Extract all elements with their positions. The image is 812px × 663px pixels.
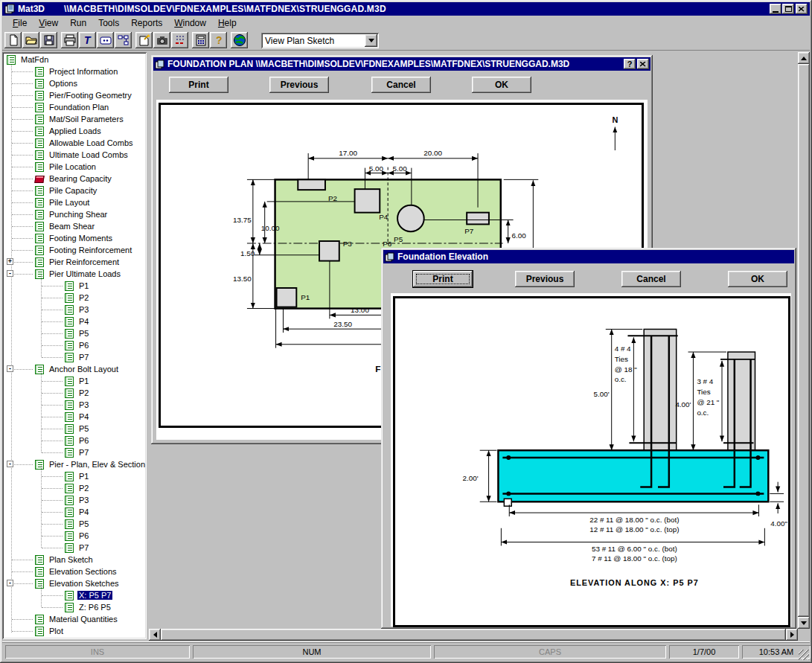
tree-item[interactable]: Foundation Plan bbox=[4, 101, 145, 113]
tree-item[interactable]: P7 bbox=[4, 542, 145, 554]
ok-button[interactable]: OK bbox=[728, 271, 787, 287]
vertical-scrollbar[interactable] bbox=[798, 52, 810, 629]
tree-item[interactable]: Z: P6 P5 bbox=[4, 601, 145, 613]
properties-button[interactable] bbox=[135, 32, 153, 48]
web-button[interactable] bbox=[231, 32, 248, 48]
plot-button[interactable]: T bbox=[79, 32, 96, 48]
menu-tools[interactable]: Tools bbox=[92, 16, 125, 30]
tree-item[interactable]: Material Quantities bbox=[4, 613, 145, 625]
tree-item[interactable]: Elevation Sections bbox=[4, 566, 145, 577]
tree-item[interactable]: P6 bbox=[4, 435, 145, 446]
tree-item[interactable]: Plot bbox=[4, 625, 145, 637]
capture-settings-button[interactable] bbox=[171, 32, 188, 48]
menu-window[interactable]: Window bbox=[168, 16, 212, 30]
dialog-help-button[interactable]: ? bbox=[624, 59, 636, 69]
tree-item[interactable]: Pile Layout bbox=[4, 196, 145, 208]
resize-grip[interactable] bbox=[799, 650, 809, 660]
tree-item[interactable]: Mat/Soil Parameters bbox=[4, 113, 145, 125]
cancel-button[interactable]: Cancel bbox=[621, 271, 681, 287]
print-button[interactable]: Print bbox=[413, 271, 473, 287]
tree-item[interactable]: MatFdn bbox=[4, 54, 145, 65]
tree-item[interactable]: Ultimate Load Combs bbox=[4, 149, 145, 161]
tree-item[interactable]: P2 bbox=[4, 387, 145, 399]
menu-file[interactable]: File bbox=[7, 16, 33, 30]
horizontal-scrollbar[interactable] bbox=[149, 629, 798, 641]
tree-item[interactable]: Footing Reinforcement bbox=[4, 244, 145, 256]
tree-item[interactable]: -Elevation Sketches bbox=[4, 577, 145, 589]
calculator-button[interactable] bbox=[192, 32, 209, 48]
report-tree-button[interactable] bbox=[115, 32, 132, 48]
tree-item[interactable]: P6 bbox=[4, 339, 145, 351]
tree-item[interactable]: P1 bbox=[4, 470, 145, 482]
snapshot-button[interactable] bbox=[153, 32, 170, 48]
tree-item[interactable]: Pile Capacity bbox=[4, 185, 145, 196]
print-button[interactable]: Print bbox=[169, 77, 228, 93]
tree-expand-toggle[interactable]: - bbox=[7, 580, 13, 586]
tree-item[interactable]: +Pier Reinforcement bbox=[4, 256, 145, 268]
dialog-close-button[interactable] bbox=[637, 59, 649, 69]
maximize-button[interactable] bbox=[782, 4, 794, 14]
tree-item[interactable]: P3 bbox=[4, 304, 145, 316]
tree-item[interactable]: P7 bbox=[4, 446, 145, 458]
tree-item[interactable]: P6 bbox=[4, 530, 145, 542]
tree-item[interactable]: P2 bbox=[4, 482, 145, 494]
menu-view[interactable]: View bbox=[33, 16, 64, 30]
new-document-button[interactable] bbox=[4, 32, 22, 48]
tree-item[interactable]: P1 bbox=[4, 375, 145, 387]
tree-item[interactable]: P2 bbox=[4, 292, 145, 304]
tree-item[interactable]: Project Information bbox=[4, 65, 145, 77]
vertical-scrollbar-thumb[interactable] bbox=[798, 64, 810, 617]
scroll-down-button[interactable] bbox=[798, 617, 810, 629]
scroll-up-button[interactable] bbox=[798, 52, 810, 64]
tree-expand-toggle[interactable]: - bbox=[7, 270, 13, 277]
tree-expand-toggle[interactable]: + bbox=[7, 258, 13, 265]
tree-item[interactable]: P4 bbox=[4, 506, 145, 518]
tree-item[interactable]: Footing Moments bbox=[4, 232, 145, 244]
ok-button[interactable]: OK bbox=[472, 77, 531, 93]
previous-button[interactable]: Previous bbox=[269, 77, 329, 93]
elevation-dialog-titlebar[interactable]: Foundation Elevation bbox=[383, 250, 794, 263]
print-button-toolbar[interactable] bbox=[61, 32, 78, 48]
tree-item[interactable]: Pier/Footing Geometry bbox=[4, 89, 145, 101]
window-titlebar[interactable]: Mat3D \\MACBETH\DIMSOLDEV\FDNEXAMPLES\MA… bbox=[2, 2, 810, 16]
tree-item[interactable]: Bearing Capacity bbox=[4, 173, 145, 185]
tree-item[interactable]: Applied Loads bbox=[4, 125, 145, 137]
menu-help[interactable]: Help bbox=[212, 16, 243, 30]
tree-item[interactable]: -Pier - Plan, Elev & Section bbox=[4, 458, 145, 470]
close-button[interactable] bbox=[796, 4, 808, 14]
tree-item[interactable]: Options bbox=[4, 77, 145, 89]
open-button[interactable] bbox=[22, 32, 39, 48]
tree-item[interactable]: Beam Shear bbox=[4, 220, 145, 232]
tree-item[interactable]: P4 bbox=[4, 316, 145, 327]
tree-item[interactable]: X: P5 P7 bbox=[4, 589, 145, 601]
combobox-dropdown-button[interactable] bbox=[365, 34, 377, 47]
plan-dialog-titlebar[interactable]: FOUNDATION PLAN \\MACBETH\DIMSOLDEV\FDNE… bbox=[153, 57, 650, 71]
minimize-button[interactable] bbox=[770, 4, 781, 14]
tree-item[interactable]: Plan Sketch bbox=[4, 554, 145, 566]
tree-item[interactable]: P1 bbox=[4, 280, 145, 292]
tree-item[interactable]: P5 bbox=[4, 327, 145, 339]
tree-expand-toggle[interactable]: - bbox=[7, 461, 13, 467]
tree-item[interactable]: P3 bbox=[4, 399, 145, 411]
tree-item[interactable]: P5 bbox=[4, 518, 145, 530]
scroll-right-button[interactable] bbox=[786, 629, 798, 641]
previous-button[interactable]: Previous bbox=[515, 271, 575, 287]
tree-item[interactable]: P4 bbox=[4, 411, 145, 423]
cancel-button[interactable]: Cancel bbox=[371, 77, 431, 93]
tree-item[interactable]: P5 bbox=[4, 423, 145, 435]
tree-item[interactable]: -Pier Ultimate Loads bbox=[4, 268, 145, 280]
menu-reports[interactable]: Reports bbox=[125, 16, 168, 30]
tree-item[interactable]: -Anchor Bolt Layout bbox=[4, 363, 145, 375]
menu-run[interactable]: Run bbox=[64, 16, 92, 30]
tree-item[interactable]: Punching Shear bbox=[4, 208, 145, 220]
tree-item[interactable]: P3 bbox=[4, 494, 145, 506]
preview-button[interactable] bbox=[97, 32, 114, 48]
scroll-left-button[interactable] bbox=[149, 629, 161, 641]
help-button-toolbar[interactable]: ? bbox=[210, 32, 227, 48]
horizontal-scrollbar-thumb[interactable] bbox=[161, 629, 786, 641]
tree-item[interactable]: Pile Location bbox=[4, 161, 145, 173]
save-button[interactable] bbox=[40, 32, 57, 48]
tree-item[interactable]: P7 bbox=[4, 351, 145, 363]
tree-expand-toggle[interactable]: - bbox=[7, 365, 13, 372]
report-select-combobox[interactable]: View Plan Sketch bbox=[261, 33, 379, 48]
